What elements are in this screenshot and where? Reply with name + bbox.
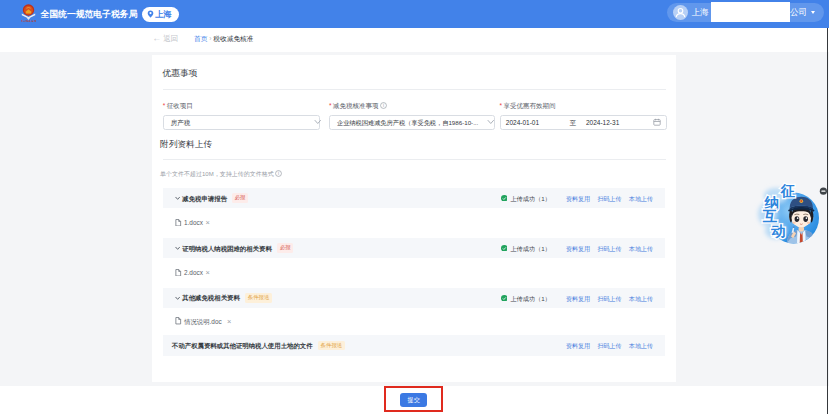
svg-text:i: i — [383, 103, 384, 108]
svg-text:动: 动 — [770, 223, 786, 239]
svg-text:征: 征 — [779, 183, 795, 199]
svg-text:i: i — [278, 171, 279, 176]
svg-text:国家税务总局: 国家税务总局 — [21, 18, 36, 21]
